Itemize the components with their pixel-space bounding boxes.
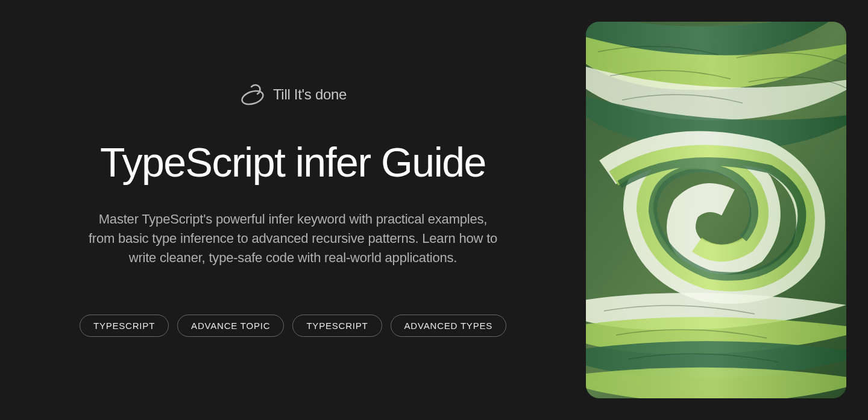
tag-advance-topic[interactable]: ADVANCE TOPIC (177, 315, 284, 337)
tag-advanced-types[interactable]: ADVANCED TYPES (391, 315, 507, 337)
page-description: Master TypeScript's powerful infer keywo… (76, 210, 510, 268)
tag-typescript[interactable]: TYPESCRIPT (80, 315, 169, 337)
svg-point-0 (241, 89, 265, 106)
brand-logo-icon (239, 83, 266, 106)
page-title: TypeScript infer Guide (76, 141, 510, 184)
abstract-artwork (586, 22, 846, 398)
content-panel: Till It's done TypeScript infer Guide Ma… (0, 0, 586, 420)
brand-text: Till It's done (273, 86, 347, 103)
tag-list: TYPESCRIPT ADVANCE TOPIC TYPESCRIPT ADVA… (76, 315, 510, 337)
tag-typescript-2[interactable]: TYPESCRIPT (292, 315, 382, 337)
brand: Till It's done (76, 83, 510, 106)
hero-image (586, 22, 846, 398)
